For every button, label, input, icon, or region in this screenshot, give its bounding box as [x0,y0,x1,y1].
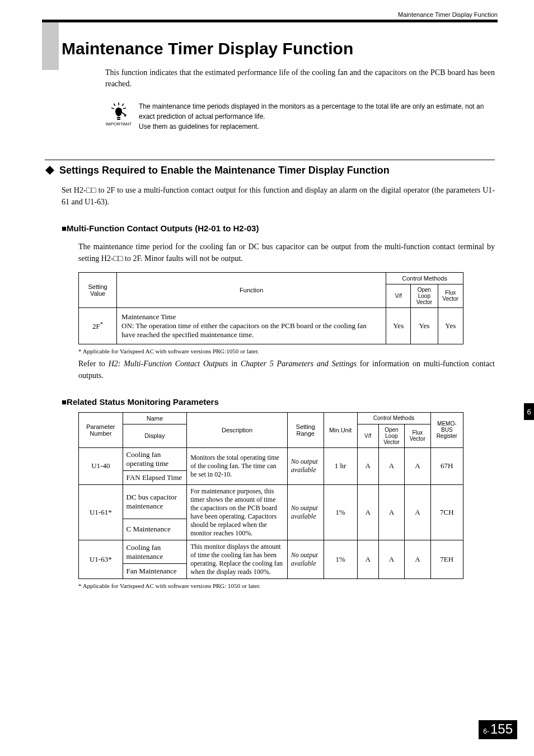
th2-desc: Description [187,412,288,447]
cell-fv: A [405,447,430,484]
svg-line-3 [111,108,114,109]
refer-text: Refer to H2: Multi-Function Contact Outp… [78,358,495,381]
svg-line-1 [114,104,115,106]
section-heading: Settings Required to Enable the Maintena… [45,165,495,176]
cell-range: No output available [287,484,324,540]
important-icon: IMPORTANT [105,101,132,127]
refer-pre: Refer to [78,360,109,368]
cell-memo: 67H [430,447,463,484]
header-rule [42,20,498,22]
important-label: IMPORTANT [105,122,132,127]
refer-it2: Chapter 5 Parameters and Settings [241,360,357,368]
table-row: U1-61* DC bus capacitor maintenance For … [79,484,463,519]
important-text: The maintenance time periods displayed i… [139,101,495,132]
th2-name: Name [123,412,187,424]
th2-unit: Min.Unit [324,412,357,447]
svg-line-2 [122,104,124,106]
th2-memo: MEMO-BUS Register [430,412,463,447]
section-heading-text: Settings Required to Enable the Maintena… [59,165,390,176]
setting-value-text: 2F [92,322,100,330]
cell-name: DC bus capacitor maintenance [123,484,187,519]
cell-memo: 7EH [430,540,463,578]
page-title: Maintenance Timer Display Function [62,39,495,58]
table-contact-outputs: Setting Value Function Control Methods V… [78,272,463,344]
important-callout: IMPORTANT The maintenance time periods d… [105,101,495,132]
footnote-1: * Applicable for Varispeed AC with softw… [78,348,495,354]
chapter-tab: 6 [524,403,534,420]
cell-unit: 1% [324,484,357,540]
page-prefix: 6- [483,727,489,735]
table-monitoring-params: Parameter Number Name Description Settin… [78,412,463,579]
cell-vf: Yes [386,307,411,344]
page-num: 155 [490,721,513,737]
cell-fv: Yes [438,307,463,344]
cell-name: Cooling fan maintenance [123,540,187,564]
cell-display: C Maintenance [123,519,187,540]
cell-param: U1-61* [79,484,123,540]
important-line1: The maintenance time periods displayed i… [139,102,484,120]
cell-range: No output available [287,447,324,484]
th2-param: Parameter Number [79,412,123,447]
setting-value-sup: * [100,320,103,327]
th-setting-value: Setting Value [79,272,117,307]
intro-text: This function indicates that the estimat… [105,67,495,90]
th-vf: V/f [386,284,411,307]
th2-display: Display [123,424,187,447]
th-olv: Open Loop Vector [411,284,438,307]
th2-range: Setting Range [287,412,324,447]
th2-olv: Open Loop Vector [378,424,404,447]
cell-display: FAN Elapsed Time [123,470,187,484]
svg-rect-7 [117,119,120,120]
refer-mid: in [228,360,241,368]
title-accent [42,22,59,70]
subhead-2: ■Related Status Monitoring Parameters [62,397,495,407]
title-block: Maintenance Timer Display Function [45,39,495,58]
cell-function: Maintenance Time ON: The operation time … [117,307,386,344]
cell-vf: A [357,447,378,484]
cell-setting-value: 2F* [79,307,117,344]
cell-range: No output available [287,540,324,578]
cell-desc: Monitors the total operating time of the… [187,447,288,484]
subhead-1-text: Multi-Function Contact Outputs (H2-01 to… [67,223,259,233]
cell-fv: A [405,540,430,578]
cell-vf: A [357,540,378,578]
subhead-1: ■Multi-Function Contact Outputs (H2-01 t… [62,223,495,233]
th2-vf: V/f [357,424,378,447]
cell-display: Fan Maintenance [123,564,187,578]
th2-cm: Control Methods [357,412,430,424]
table-row: U1-40 Cooling fan operating time Monitor… [79,447,463,470]
svg-rect-6 [117,117,120,118]
cell-unit: 1% [324,540,357,578]
th-control-methods: Control Methods [386,272,463,284]
cell-name: Cooling fan operating time [123,447,187,470]
cell-olv: A [378,484,404,540]
cell-desc: For maintenance purposes, this timer sho… [187,484,288,540]
th-function: Function [117,272,386,307]
table-row: U1-63* Cooling fan maintenance This moni… [79,540,463,564]
th-fv: Flux Vector [438,284,463,307]
cell-olv: A [378,447,404,484]
subhead-2-text: Related Status Monitoring Parameters [67,397,219,407]
cell-param: U1-63* [79,540,123,578]
footnote-2: * Applicable for Varispeed AC with softw… [78,582,495,589]
cell-unit: 1 hr [324,447,357,484]
section-body: Set H2-□□ to 2F to use a multi-function … [62,184,495,208]
refer-it1: H2: Multi-Function Contact Outputs [109,360,228,368]
svg-line-4 [123,108,126,109]
cell-olv: A [378,540,404,578]
th2-fv: Flux Vector [405,424,430,447]
section-rule [45,160,495,160]
running-header: Maintenance Timer Display Function [42,11,498,20]
cell-vf: A [357,484,378,540]
page-number: 6- 155 [479,720,517,739]
cell-olv: Yes [411,307,438,344]
cell-memo: 7CH [430,484,463,540]
diamond-icon [45,165,55,175]
cell-param: U1-40 [79,447,123,484]
sub1-body: The maintenance time period for the cool… [78,241,495,264]
table-row: 2F* Maintenance Time ON: The operation t… [79,307,463,344]
important-line2: Use them as guidelines for replacement. [139,123,259,130]
cell-desc: This monitor displays the amount of time… [187,540,288,578]
cell-fv: A [405,484,430,540]
svg-marker-8 [45,166,54,175]
